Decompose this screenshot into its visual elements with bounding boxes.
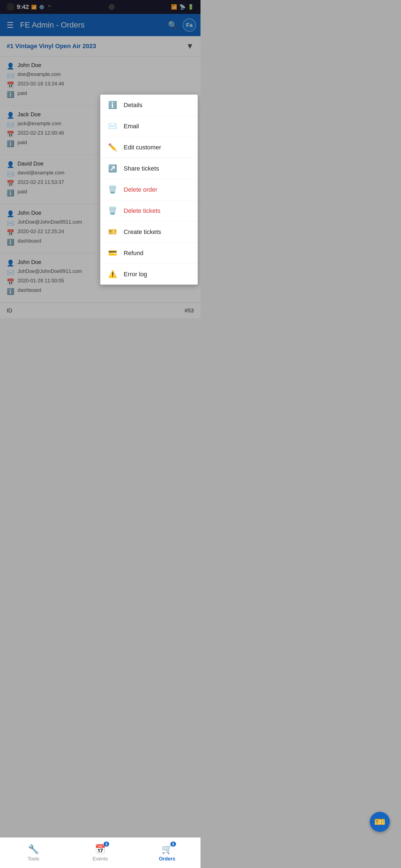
- context-menu-error-log[interactable]: ⚠️ Error log: [100, 264, 198, 285]
- edit-customer-icon: ✏️: [108, 143, 117, 152]
- delete-order-icon: 🗑️: [108, 185, 117, 194]
- context-menu-edit-customer[interactable]: ✏️ Edit customer: [100, 137, 198, 158]
- context-menu-share-tickets[interactable]: ↗️ Share tickets: [100, 158, 198, 179]
- context-menu-delete-order[interactable]: 🗑️ Delete order: [100, 179, 198, 200]
- error-log-label: Error log: [124, 271, 147, 278]
- context-menu-details[interactable]: ℹ️ Details: [100, 95, 198, 116]
- delete-order-label: Delete order: [124, 186, 157, 193]
- refund-icon: 💳: [108, 249, 117, 257]
- email-label: Email: [124, 123, 139, 130]
- delete-tickets-icon: 🗑️: [108, 207, 117, 215]
- create-tickets-label: Create tickets: [124, 228, 161, 236]
- delete-tickets-label: Delete tickets: [124, 207, 161, 215]
- context-menu-create-tickets[interactable]: 🎫 Create tickets: [100, 221, 198, 243]
- edit-customer-label: Edit customer: [124, 144, 161, 151]
- details-label: Details: [124, 101, 142, 109]
- error-log-icon: ⚠️: [108, 270, 117, 278]
- context-menu: ℹ️ Details ✉️ Email ✏️ Edit customer ↗️ …: [100, 95, 198, 285]
- context-menu-email[interactable]: ✉️ Email: [100, 116, 198, 137]
- create-tickets-icon: 🎫: [108, 227, 117, 236]
- share-tickets-label: Share tickets: [124, 165, 159, 172]
- context-menu-delete-tickets[interactable]: 🗑️ Delete tickets: [100, 200, 198, 221]
- context-menu-refund[interactable]: 💳 Refund: [100, 243, 198, 264]
- details-icon: ℹ️: [108, 101, 117, 109]
- email-icon: ✉️: [108, 122, 117, 130]
- refund-label: Refund: [124, 250, 143, 257]
- share-tickets-icon: ↗️: [108, 164, 117, 173]
